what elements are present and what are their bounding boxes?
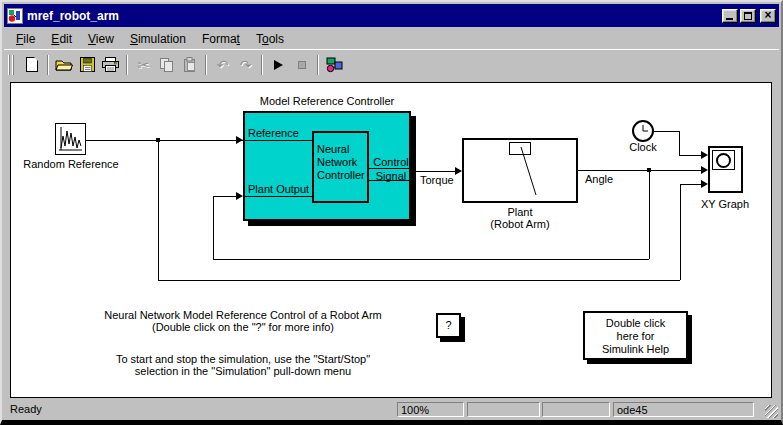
printer-icon xyxy=(101,57,120,72)
close-icon: × xyxy=(764,8,771,22)
block-clock[interactable] xyxy=(632,120,654,142)
block-title-controller[interactable]: Model Reference Controller xyxy=(243,95,411,107)
clock-hands-icon xyxy=(634,122,652,140)
annotation-instructions[interactable]: To start and stop the simulation, use th… xyxy=(73,353,413,377)
status-panel-empty xyxy=(467,402,540,417)
redo-arrow-icon: ↷ xyxy=(240,58,252,72)
open-button[interactable] xyxy=(53,54,76,76)
undo-button[interactable]: ↶ xyxy=(211,54,234,76)
maximize-button[interactable] xyxy=(740,9,756,23)
annotation-title[interactable]: Neural Network Model Reference Control o… xyxy=(73,309,413,333)
print-button[interactable] xyxy=(99,54,122,76)
new-button[interactable] xyxy=(20,54,43,76)
scope-screen-icon xyxy=(712,150,735,170)
block-label-clock[interactable]: Clock xyxy=(613,141,673,153)
wire[interactable] xyxy=(654,131,679,132)
signal-label-angle: Angle xyxy=(585,173,613,185)
toolbar: ✂ ↶ ↷ xyxy=(4,49,779,79)
stop-simulation-button[interactable] xyxy=(290,54,313,76)
simulink-model-window: mref_robot_arm × File Edit View Simulati… xyxy=(0,0,783,425)
wire-arrowhead xyxy=(701,166,708,174)
wire[interactable] xyxy=(158,140,159,280)
stop-icon xyxy=(298,61,306,69)
block-neural-network-controller[interactable]: Neural Network Controller xyxy=(312,131,369,203)
library-browser-button[interactable] xyxy=(323,54,346,76)
status-panel-empty xyxy=(542,402,610,417)
block-xy-graph[interactable] xyxy=(708,146,743,193)
wire[interactable] xyxy=(680,184,681,280)
resize-grip[interactable] xyxy=(765,405,778,418)
port-label-plant-output: Plant Output xyxy=(248,183,309,195)
block-random-reference[interactable] xyxy=(55,123,86,155)
waveform-icon xyxy=(56,124,85,154)
menu-tools[interactable]: Tools xyxy=(248,29,292,49)
wire[interactable] xyxy=(679,131,680,155)
paste-clipboard-icon xyxy=(182,57,197,73)
library-browser-icon xyxy=(326,57,343,73)
menu-view[interactable]: View xyxy=(80,29,122,49)
signal-label-torque: Torque xyxy=(420,174,454,186)
block-label-xy-graph[interactable]: XY Graph xyxy=(692,198,758,210)
block-label-random-reference[interactable]: Random Reference xyxy=(16,158,126,170)
toolbar-separator xyxy=(261,55,263,75)
wire-arrowhead xyxy=(701,151,708,159)
minimize-button[interactable] xyxy=(722,9,738,23)
wire[interactable] xyxy=(213,196,214,259)
cut-scissors-icon: ✂ xyxy=(138,58,150,72)
port-line xyxy=(243,140,312,141)
wire[interactable] xyxy=(679,155,701,156)
copy-icon xyxy=(159,57,174,73)
save-button[interactable] xyxy=(76,54,99,76)
status-bar: Ready 100% ode45 xyxy=(4,400,779,419)
port-line xyxy=(243,196,312,197)
redo-button[interactable]: ↷ xyxy=(234,54,257,76)
port-label-control: Control xyxy=(369,156,413,168)
wire[interactable] xyxy=(158,280,680,281)
port-line xyxy=(369,168,411,169)
status-ready-text: Ready xyxy=(10,403,42,415)
maximize-icon xyxy=(744,12,752,20)
paste-button[interactable] xyxy=(178,54,201,76)
save-floppy-icon xyxy=(80,57,95,72)
cut-button[interactable]: ✂ xyxy=(132,54,155,76)
block-simulink-help[interactable]: Double click here for Simulink Help xyxy=(583,311,688,360)
wire[interactable] xyxy=(213,259,649,260)
menu-simulation[interactable]: Simulation xyxy=(122,29,194,49)
simulink-app-icon xyxy=(7,8,23,24)
block-question-help[interactable]: ? xyxy=(436,313,461,338)
block-label-plant[interactable]: Plant (Robot Arm) xyxy=(450,206,590,230)
wire[interactable] xyxy=(86,140,243,141)
block-plant[interactable] xyxy=(462,138,578,203)
toolbar-separator xyxy=(205,55,207,75)
port-line xyxy=(369,180,411,181)
menu-format[interactable]: Format xyxy=(194,29,248,49)
wire[interactable] xyxy=(680,184,701,185)
wire[interactable] xyxy=(649,170,650,259)
status-zoom-panel: 100% xyxy=(397,402,464,417)
status-solver-panel: ode45 xyxy=(613,402,754,417)
minimize-icon xyxy=(726,18,733,20)
open-folder-icon xyxy=(55,58,74,72)
wire[interactable] xyxy=(213,196,236,197)
model-canvas[interactable]: Random Reference Model Reference Control… xyxy=(10,82,772,398)
menu-file[interactable]: File xyxy=(8,29,43,49)
toolbar-grip[interactable] xyxy=(8,55,16,75)
close-button[interactable]: × xyxy=(760,9,776,23)
wire-arrowhead xyxy=(701,180,708,188)
wire-arrowhead xyxy=(236,136,243,144)
new-document-icon xyxy=(26,57,38,72)
undo-arrow-icon: ↶ xyxy=(217,58,229,72)
menu-edit[interactable]: Edit xyxy=(43,29,80,49)
title-bar[interactable]: mref_robot_arm × xyxy=(4,4,779,27)
window-title: mref_robot_arm xyxy=(27,9,720,23)
port-label-reference: Reference xyxy=(248,127,299,139)
copy-button[interactable] xyxy=(155,54,178,76)
wire-arrowhead xyxy=(455,167,462,175)
play-icon xyxy=(274,60,283,70)
wire[interactable] xyxy=(411,171,456,172)
pendulum-arm-icon xyxy=(464,140,576,201)
toolbar-separator xyxy=(126,55,128,75)
start-simulation-button[interactable] xyxy=(267,54,290,76)
wire-arrowhead xyxy=(236,192,243,200)
wire[interactable] xyxy=(578,170,701,171)
